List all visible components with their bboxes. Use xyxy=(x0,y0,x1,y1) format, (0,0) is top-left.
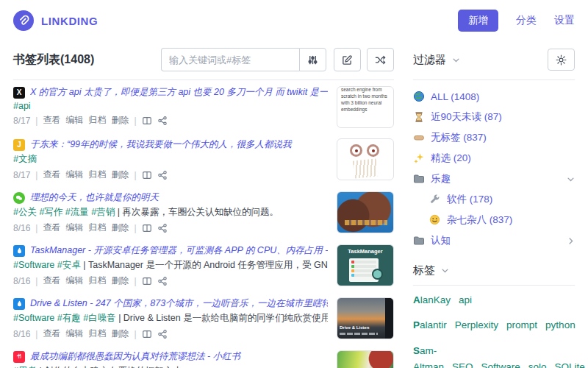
bookmark-list: X X 的官方 api 太贵了，即便是第三方 api 也要 20 多刀一个月 而… xyxy=(13,80,394,368)
filter-starred[interactable]: 精选 (20) xyxy=(413,148,575,169)
bookmark-date: 8/16 xyxy=(13,223,30,233)
search-options-button[interactable] xyxy=(299,48,326,71)
nav-bundles[interactable]: 分类 xyxy=(516,14,537,27)
bookmark-title-link[interactable]: X 的官方 api 太贵了，即便是第三方 api 也要 20 多刀一个月 而 t… xyxy=(30,86,328,99)
delete-link[interactable]: 删除 xyxy=(111,222,129,234)
bookmark-date: 8/16 xyxy=(13,276,30,286)
bookmark-title-link[interactable]: 于东来：“99年的时候，我说我要做一个伟大的人，很多人都说我 xyxy=(30,138,328,151)
bookmark-date: 8/16 xyxy=(13,329,30,339)
share-icon[interactable] xyxy=(157,170,168,180)
filter-folder-misc[interactable]: 杂七杂八 (837) xyxy=(413,210,575,230)
delete-link[interactable]: 删除 xyxy=(111,169,129,181)
tag-cloud: AlanKayapi PalantirPerplexitypromptpytho… xyxy=(413,292,575,368)
bookmark-title-link[interactable]: 理想的今天，也许就是你的明天 xyxy=(30,191,328,204)
add-bookmark-button[interactable]: 新增 xyxy=(458,10,498,32)
bookmark-description: | TaskManager 是一个开源的 Android 任务管理应用，受 GN… xyxy=(83,260,328,270)
share-icon[interactable] xyxy=(157,116,168,126)
random-shuffle-button[interactable] xyxy=(367,48,394,71)
tag-link[interactable]: SEO xyxy=(452,361,473,368)
filter-folder-cognition[interactable]: 认知 xyxy=(413,230,575,251)
linkding-logo[interactable]: LINKDING xyxy=(13,10,98,31)
filter-settings-button[interactable] xyxy=(548,49,575,71)
bookmark-description: | Drive & Listen 是一款给电脑前的同学们纯欣赏使用的... xyxy=(118,313,328,323)
bookmark-tags[interactable]: #公关 #写作 #流量 #营销 xyxy=(13,207,115,217)
tag-link[interactable]: prompt xyxy=(506,319,537,330)
share-icon[interactable] xyxy=(157,223,168,233)
bookmark-thumbnail[interactable] xyxy=(337,350,394,368)
bookmark-thumbnail[interactable]: search engine from scratch in two months… xyxy=(337,86,394,128)
delete-link[interactable]: 删除 xyxy=(111,114,129,127)
folder-icon xyxy=(413,235,425,247)
filter-folder-fun[interactable]: 乐趣 xyxy=(413,169,575,189)
tag-link[interactable]: api xyxy=(459,294,472,305)
filter-all[interactable]: ALL (1408) xyxy=(413,86,575,107)
view-link[interactable]: 查看 xyxy=(43,275,60,287)
edit-link[interactable]: 编辑 xyxy=(65,222,83,234)
view-link[interactable]: 查看 xyxy=(43,114,60,127)
bulk-edit-button[interactable] xyxy=(334,48,361,71)
bookmark-tags[interactable]: #api xyxy=(13,101,31,111)
gear-icon xyxy=(556,54,567,66)
tag-link[interactable]: python xyxy=(545,319,576,330)
tag-group: PalantirPerplexitypromptpython xyxy=(413,317,575,333)
bookmark-title-link[interactable]: TaskManager - 开源安卓任务管理器，可监测各 APP 的 CPU、内… xyxy=(30,244,328,257)
filters-title: 过滤器 xyxy=(413,53,446,67)
archive-link[interactable]: 归档 xyxy=(88,169,106,181)
edit-link[interactable]: 编辑 xyxy=(65,114,83,127)
share-icon[interactable] xyxy=(157,329,168,339)
filter-unread-90d[interactable]: 近90天未读 (87) xyxy=(413,107,575,127)
brand-name: LINKDING xyxy=(41,15,98,27)
tag-link[interactable]: Perplexity xyxy=(455,319,498,330)
page-title: 书签列表(1408) xyxy=(13,52,94,68)
archive-link[interactable]: 归档 xyxy=(88,328,106,340)
reader-view-icon[interactable] xyxy=(142,116,152,126)
nav-settings[interactable]: 设置 xyxy=(554,14,575,27)
reader-view-icon[interactable] xyxy=(142,170,152,180)
bookmark-tags[interactable]: #Software #有趣 #白噪音 xyxy=(13,313,116,323)
view-link[interactable]: 查看 xyxy=(43,328,60,340)
bookmark-date: 8/17 xyxy=(13,116,30,126)
reader-view-icon[interactable] xyxy=(142,223,152,233)
appinn-favicon xyxy=(13,245,25,257)
archive-link[interactable]: 归档 xyxy=(88,222,106,234)
filter-untagged[interactable]: 无标签 (837) xyxy=(413,127,575,148)
search-input[interactable] xyxy=(161,48,299,71)
archive-link[interactable]: 归档 xyxy=(88,114,106,127)
filter-folder-software[interactable]: 软件 (178) xyxy=(413,189,575,210)
tag-link[interactable]: solo xyxy=(528,361,547,368)
edit-link[interactable]: 编辑 xyxy=(65,328,83,340)
bookmark-date: 8/17 xyxy=(13,170,30,180)
bookmark-description: | 再次暴露，车圈公关认知缺位的问题。 xyxy=(118,207,279,217)
bookmark-tags[interactable]: #Software #安卓 xyxy=(13,260,81,270)
bookmark-tags[interactable]: #文摘 xyxy=(13,154,37,164)
edit-link[interactable]: 编辑 xyxy=(65,275,83,287)
sliders-icon xyxy=(307,54,318,66)
chevron-down-icon[interactable] xyxy=(567,175,575,183)
edit-link[interactable]: 编辑 xyxy=(65,169,83,181)
bookmark-title-link[interactable]: Drive & Listen - 247 个国家，873个城市，一边听音乐，一边… xyxy=(30,297,328,310)
bookmark-thumbnail[interactable] xyxy=(337,191,394,233)
bookmark-thumbnail[interactable] xyxy=(337,138,394,180)
bookmark-thumbnail[interactable]: Drive & Listen xyxy=(337,297,394,339)
view-link[interactable]: 查看 xyxy=(43,222,60,234)
chevron-down-icon[interactable] xyxy=(441,266,449,275)
reader-view-icon[interactable] xyxy=(142,276,152,286)
tag-link[interactable]: Sam-Altman xyxy=(413,345,444,368)
chevron-down-icon[interactable] xyxy=(452,56,460,64)
wrench-icon xyxy=(429,194,441,205)
delete-link[interactable]: 删除 xyxy=(111,275,129,287)
delete-link[interactable]: 删除 xyxy=(111,328,129,340)
share-icon[interactable] xyxy=(157,276,168,286)
chevron-right-icon[interactable] xyxy=(567,237,575,245)
archive-link[interactable]: 归档 xyxy=(88,275,106,287)
tag-link[interactable]: AlanKay xyxy=(413,294,451,305)
tag-link[interactable]: Palantir xyxy=(413,319,447,330)
bookmark-thumbnail[interactable]: TaskManager xyxy=(337,244,394,286)
tag-link[interactable]: Software xyxy=(481,361,520,368)
tag-link[interactable]: SQLite xyxy=(555,361,585,368)
reader-view-icon[interactable] xyxy=(142,329,152,339)
bookmark-title-link[interactable]: 最成功编剧都很愚蠢因为认真对待荒谬想法 - 小红书 xyxy=(30,350,328,363)
view-link[interactable]: 查看 xyxy=(43,169,60,181)
tag-group: Sam-AltmanSEOSoftwaresoloSQLitestripeswi… xyxy=(413,343,575,368)
shuffle-icon xyxy=(375,54,386,66)
